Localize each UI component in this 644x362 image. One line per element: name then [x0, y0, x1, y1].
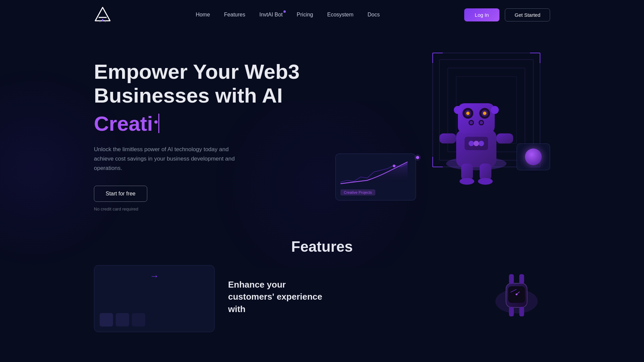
hero-description: Unlock the limitless power of AI technol… [94, 145, 235, 173]
hero-title-line1: Empower Your Web3 [94, 60, 300, 83]
feature-card-dots [100, 313, 209, 326]
nav-actions: Log In Get Started [464, 8, 550, 21]
hero-cta-group: Start for free No credit card required [94, 186, 315, 212]
svg-point-4 [105, 21, 106, 22]
mini-orb-card [517, 143, 550, 170]
nav-link-home[interactable]: Home [196, 12, 210, 17]
feature-preview-inner: → [94, 265, 214, 332]
features-section: Features → Enhance your customers' exper… [0, 232, 644, 346]
cursor-dot-decoration [154, 120, 158, 124]
card-label: Creative Projects [340, 189, 375, 195]
feature-arrow-icon: → [100, 271, 209, 282]
nav-link-pricing[interactable]: Pricing [297, 12, 313, 17]
svg-point-40 [474, 141, 479, 146]
robot-svg [429, 70, 523, 197]
svg-rect-52 [519, 307, 524, 316]
enhance-heading: Enhance your customers' experience with [228, 279, 329, 315]
invtai-bot-badge-dot [283, 10, 286, 13]
connector-dot [414, 154, 421, 161]
svg-point-39 [469, 141, 474, 146]
hero-visual: Creative Projects [315, 50, 550, 210]
features-row: → Enhance your customers' experience wit… [94, 265, 550, 332]
svg-rect-50 [519, 274, 524, 284]
svg-point-41 [479, 141, 484, 146]
svg-point-37 [478, 178, 493, 185]
svg-point-30 [454, 106, 462, 114]
watch-3d-container [483, 265, 550, 332]
svg-rect-34 [461, 164, 473, 180]
nav-item-docs[interactable]: Docs [368, 12, 380, 18]
nav-item-pricing[interactable]: Pricing [297, 12, 313, 18]
watch-3d-svg [486, 265, 547, 325]
svg-point-36 [460, 178, 474, 185]
svg-point-25 [483, 112, 486, 115]
svg-rect-32 [439, 133, 456, 143]
hero-title: Empower Your Web3 Businesses with AI [94, 60, 315, 108]
svg-point-42 [393, 165, 395, 167]
nav-link-ecosystem[interactable]: Ecosystem [327, 12, 353, 17]
hero-content: Empower Your Web3 Businesses with AI Cre… [94, 50, 315, 212]
hero-title-line2: Businesses with AI [94, 84, 283, 107]
nav-link-invtai-bot[interactable]: InvtAI Bot [259, 12, 282, 18]
nav-item-ecosystem[interactable]: Ecosystem [327, 12, 353, 18]
get-started-button[interactable]: Get Started [505, 8, 550, 21]
hero-animated-word: Creati [94, 112, 315, 135]
dashboard-card: Creative Projects [335, 154, 416, 200]
nav-links: Home Features InvtAI Bot Pricing Ecosyst… [196, 12, 380, 18]
invtai-bot-badge-wrapper: InvtAI Bot [259, 12, 282, 18]
svg-rect-33 [496, 133, 513, 143]
svg-rect-35 [480, 164, 491, 180]
animated-text: Creati [94, 112, 153, 135]
chart-svg [340, 159, 411, 185]
features-title: Features [94, 238, 550, 255]
nav-item-features[interactable]: Features [224, 12, 245, 18]
nav-link-features[interactable]: Features [224, 12, 245, 17]
robot-figure [429, 70, 523, 197]
svg-point-29 [480, 121, 483, 124]
nav-item-invtai-bot[interactable]: InvtAI Bot [259, 12, 282, 18]
logo-area[interactable] [94, 6, 111, 23]
svg-rect-19 [458, 103, 495, 133]
hero-section: Empower Your Web3 Businesses with AI Cre… [0, 29, 644, 232]
navbar: Home Features InvtAI Bot Pricing Ecosyst… [0, 0, 644, 29]
svg-point-3 [99, 21, 101, 22]
nav-item-home[interactable]: Home [196, 12, 210, 18]
feature-preview-card: → [94, 265, 215, 332]
login-button[interactable]: Log In [464, 8, 500, 21]
svg-point-27 [470, 121, 473, 124]
logo-icon [94, 6, 111, 23]
enhance-text-area: Enhance your customers' experience with [228, 265, 470, 315]
svg-point-43 [416, 156, 419, 159]
nav-link-docs[interactable]: Docs [368, 12, 380, 17]
svg-rect-51 [509, 307, 514, 316]
feature-dot-2 [116, 313, 129, 326]
feature-dot-3 [132, 313, 145, 326]
orb [525, 148, 542, 165]
svg-point-31 [491, 106, 499, 114]
svg-rect-49 [509, 274, 514, 284]
svg-point-22 [466, 112, 470, 115]
start-free-button[interactable]: Start for free [94, 186, 147, 202]
feature-dot-1 [100, 313, 113, 326]
no-credit-note: No credit card required [94, 206, 315, 212]
text-cursor [158, 114, 159, 133]
